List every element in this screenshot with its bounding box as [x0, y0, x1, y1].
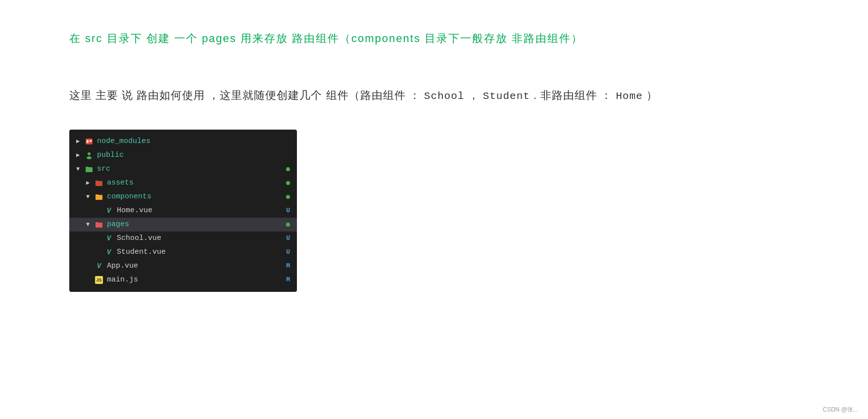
tree-item-components[interactable]: ▼ components — [69, 190, 297, 204]
student-vue-status: U — [286, 248, 292, 256]
public-label: public — [97, 151, 292, 159]
watermark: CSDN @张... — [822, 406, 858, 414]
svg-rect-6 — [86, 167, 89, 168]
tree-item-main-js[interactable]: JS main.js M — [69, 273, 297, 287]
chevron-icon: ▶ — [86, 179, 94, 186]
desc-part2: ， — [464, 89, 482, 101]
vue-icon: V — [104, 207, 114, 215]
file-tree: ▶ node_modules ▶ public ▼ — [69, 130, 297, 292]
desc-part1: 这里 主要 说 路由如何使用 ，这里就随便创建几个 组件（路由组件 ： — [69, 89, 424, 101]
chevron-icon: ▼ — [86, 221, 94, 228]
desc-home: Home — [616, 91, 642, 102]
svg-point-4 — [87, 156, 92, 159]
svg-point-3 — [88, 152, 91, 155]
components-icon — [94, 193, 104, 201]
pages-label: pages — [107, 220, 286, 229]
chevron-icon: ▼ — [76, 166, 84, 173]
desc-part4: ） — [643, 89, 658, 101]
js-icon: JS — [94, 276, 104, 284]
vue-icon: V — [104, 248, 114, 256]
node-modules-label: node_modules — [97, 137, 292, 145]
svg-rect-1 — [87, 140, 89, 143]
pages-icon — [94, 221, 104, 229]
desc-student: Student — [483, 91, 530, 102]
home-vue-status: U — [286, 207, 292, 214]
svg-rect-12 — [96, 222, 98, 224]
tree-item-node-modules[interactable]: ▶ node_modules — [69, 135, 297, 148]
src-status-dot — [286, 167, 290, 171]
svg-rect-10 — [96, 194, 98, 196]
school-vue-status: U — [286, 234, 292, 242]
intro-text: 在 src 目录下 创建 一个 pages 用来存放 路由组件（componen… — [69, 30, 799, 47]
tree-item-pages[interactable]: ▼ pages — [69, 218, 297, 232]
assets-status-dot — [286, 181, 290, 185]
assets-label: assets — [107, 179, 286, 187]
main-js-label: main.js — [107, 276, 286, 284]
desc-part3: . 非路由组件 ： — [530, 89, 616, 101]
svg-rect-2 — [90, 140, 92, 142]
tree-item-app-vue[interactable]: V App.vue M — [69, 259, 297, 273]
main-js-status: M — [286, 276, 292, 283]
school-vue-label: School.vue — [117, 234, 286, 242]
tree-item-src[interactable]: ▼ src — [69, 162, 297, 176]
public-icon — [84, 151, 94, 159]
tree-item-assets[interactable]: ▶ assets — [69, 176, 297, 190]
tree-item-school-vue[interactable]: V School.vue U — [69, 232, 297, 245]
vue-icon: V — [94, 262, 104, 270]
components-status-dot — [286, 195, 290, 199]
home-vue-label: Home.vue — [117, 206, 286, 215]
src-icon — [84, 165, 94, 173]
chevron-icon: ▼ — [86, 193, 94, 200]
student-vue-label: Student.vue — [117, 248, 286, 256]
page-content: 在 src 目录下 创建 一个 pages 用来存放 路由组件（componen… — [0, 0, 868, 312]
app-vue-label: App.vue — [107, 262, 286, 270]
assets-icon — [94, 179, 104, 187]
vue-icon: V — [104, 234, 114, 242]
chevron-icon: ▶ — [76, 138, 84, 145]
chevron-icon: ▶ — [76, 151, 84, 159]
tree-item-home-vue[interactable]: V Home.vue U — [69, 204, 297, 218]
desc-school: School — [424, 91, 465, 102]
tree-item-public[interactable]: ▶ public — [69, 148, 297, 162]
tree-item-student-vue[interactable]: V Student.vue U — [69, 245, 297, 259]
description-text: 这里 主要 说 路由如何使用 ，这里就随便创建几个 组件（路由组件 ： Scho… — [69, 87, 799, 105]
pages-status-dot — [286, 223, 290, 227]
components-label: components — [107, 192, 286, 201]
svg-rect-8 — [96, 181, 98, 182]
app-vue-status: M — [286, 262, 292, 270]
node-modules-icon — [84, 138, 94, 145]
src-label: src — [97, 165, 286, 173]
